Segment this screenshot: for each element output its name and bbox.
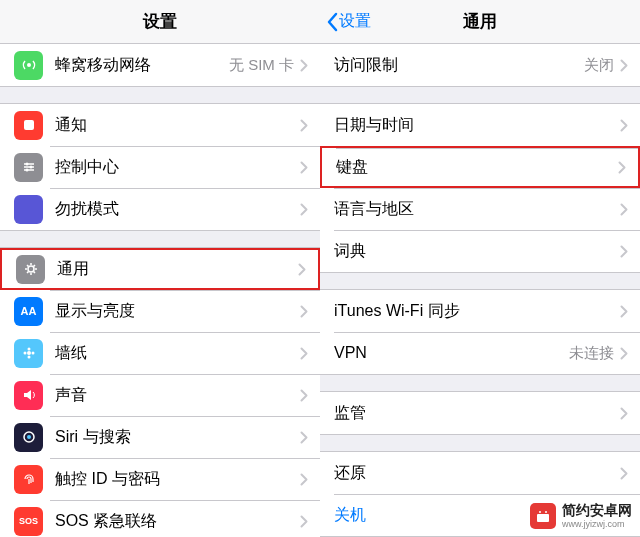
svg-point-3 xyxy=(29,166,32,169)
page-title: 通用 xyxy=(463,10,497,33)
chevron-right-icon xyxy=(620,245,628,258)
watermark-brand: 简约安卓网 xyxy=(562,503,632,518)
svg-point-8 xyxy=(27,356,30,359)
AA-icon: AA xyxy=(14,297,43,326)
row-siri[interactable]: Siri 与搜索 xyxy=(0,416,320,458)
chevron-right-icon xyxy=(620,59,628,72)
svg-point-2 xyxy=(25,163,28,166)
chevron-right-icon xyxy=(300,431,308,444)
row-label: 还原 xyxy=(334,463,620,484)
bell-square-icon xyxy=(14,111,43,140)
chevron-right-icon xyxy=(300,305,308,318)
svg-point-0 xyxy=(27,63,31,67)
navbar-right: 设置 通用 xyxy=(320,0,640,44)
chevron-right-icon xyxy=(300,161,308,174)
row-label: iTunes Wi-Fi 同步 xyxy=(334,301,620,322)
fingerprint-icon xyxy=(14,465,43,494)
row-wallpaper[interactable]: 墙纸 xyxy=(0,332,320,374)
siri-icon xyxy=(14,423,43,452)
svg-point-10 xyxy=(31,352,34,355)
row-label: 键盘 xyxy=(336,157,618,178)
chevron-right-icon xyxy=(300,119,308,132)
chevron-right-icon xyxy=(620,119,628,132)
row-value: 关闭 xyxy=(584,56,614,75)
chevron-right-icon xyxy=(618,161,626,174)
row-notifications[interactable]: 通知 xyxy=(0,104,320,146)
row-itunes-wifi[interactable]: iTunes Wi-Fi 同步 xyxy=(320,290,640,332)
settings-list-left: 蜂窝移动网络无 SIM 卡通知控制中心勿扰模式通用AA显示与亮度墙纸声音Siri… xyxy=(0,44,320,537)
row-profiles[interactable]: 监管 xyxy=(320,392,640,434)
svg-point-4 xyxy=(25,169,28,172)
back-button[interactable]: 设置 xyxy=(326,11,371,32)
chevron-right-icon xyxy=(620,203,628,216)
watermark: 简约安卓网 www.jyizwj.com xyxy=(530,503,632,529)
row-reset[interactable]: 还原 xyxy=(320,452,640,494)
row-label: 词典 xyxy=(334,241,620,262)
row-restrictions[interactable]: 访问限制关闭 xyxy=(320,44,640,86)
chevron-right-icon xyxy=(620,305,628,318)
chevron-right-icon xyxy=(300,389,308,402)
row-label: 监管 xyxy=(334,403,620,424)
settings-list-right: 访问限制关闭日期与时间键盘语言与地区词典iTunes Wi-Fi 同步VPN未连… xyxy=(320,44,640,537)
row-label: 控制中心 xyxy=(55,157,300,178)
row-value: 未连接 xyxy=(569,344,614,363)
row-control-center[interactable]: 控制中心 xyxy=(0,146,320,188)
chevron-right-icon xyxy=(300,59,308,72)
row-language[interactable]: 语言与地区 xyxy=(320,188,640,230)
svg-point-6 xyxy=(27,351,31,355)
gear-icon xyxy=(16,255,45,284)
svg-point-17 xyxy=(539,511,541,513)
row-label: 语言与地区 xyxy=(334,199,620,220)
row-label: 声音 xyxy=(55,385,300,406)
row-label: 触控 ID 与密码 xyxy=(55,469,300,490)
chevron-left-icon xyxy=(326,12,338,32)
chevron-right-icon xyxy=(620,347,628,360)
row-vpn[interactable]: VPN未连接 xyxy=(320,332,640,374)
row-sound[interactable]: 声音 xyxy=(0,374,320,416)
row-datetime[interactable]: 日期与时间 xyxy=(320,104,640,146)
row-label: 墙纸 xyxy=(55,343,300,364)
row-touchid[interactable]: 触控 ID 与密码 xyxy=(0,458,320,500)
svg-rect-16 xyxy=(537,514,549,522)
back-label: 设置 xyxy=(339,11,371,32)
chevron-right-icon xyxy=(300,347,308,360)
antenna-icon xyxy=(14,51,43,80)
row-label: SOS 紧急联络 xyxy=(55,511,300,532)
row-sos[interactable]: SOSSOS 紧急联络 xyxy=(0,500,320,537)
page-title: 设置 xyxy=(143,10,177,33)
svg-rect-1 xyxy=(24,120,34,130)
chevron-right-icon xyxy=(298,263,306,276)
SOS-icon: SOS xyxy=(14,507,43,536)
row-label: 蜂窝移动网络 xyxy=(55,55,229,76)
row-label: 通知 xyxy=(55,115,300,136)
row-label: 访问限制 xyxy=(334,55,584,76)
svg-point-5 xyxy=(28,266,34,272)
row-label: VPN xyxy=(334,344,569,362)
row-dictionary[interactable]: 词典 xyxy=(320,230,640,272)
row-dnd[interactable]: 勿扰模式 xyxy=(0,188,320,230)
general-screen: 设置 通用 访问限制关闭日期与时间键盘语言与地区词典iTunes Wi-Fi 同… xyxy=(320,0,640,537)
row-general[interactable]: 通用 xyxy=(0,248,320,290)
watermark-logo-icon xyxy=(530,503,556,529)
chevron-right-icon xyxy=(300,473,308,486)
watermark-url: www.jyizwj.com xyxy=(562,519,632,529)
moon-icon xyxy=(14,195,43,224)
svg-point-18 xyxy=(545,511,547,513)
svg-point-7 xyxy=(27,348,30,351)
row-label: 通用 xyxy=(57,259,298,280)
settings-screen: 设置 蜂窝移动网络无 SIM 卡通知控制中心勿扰模式通用AA显示与亮度墙纸声音S… xyxy=(0,0,320,537)
speaker-icon xyxy=(14,381,43,410)
chevron-right-icon xyxy=(620,467,628,480)
row-label: Siri 与搜索 xyxy=(55,427,300,448)
row-label: 日期与时间 xyxy=(334,115,620,136)
chevron-right-icon xyxy=(620,407,628,420)
svg-point-9 xyxy=(23,352,26,355)
row-keyboard[interactable]: 键盘 xyxy=(320,146,640,188)
chevron-right-icon xyxy=(300,203,308,216)
flower-icon xyxy=(14,339,43,368)
row-value: 无 SIM 卡 xyxy=(229,56,294,75)
row-label: 勿扰模式 xyxy=(55,199,300,220)
row-display[interactable]: AA显示与亮度 xyxy=(0,290,320,332)
row-cellular[interactable]: 蜂窝移动网络无 SIM 卡 xyxy=(0,44,320,86)
sliders-icon xyxy=(14,153,43,182)
